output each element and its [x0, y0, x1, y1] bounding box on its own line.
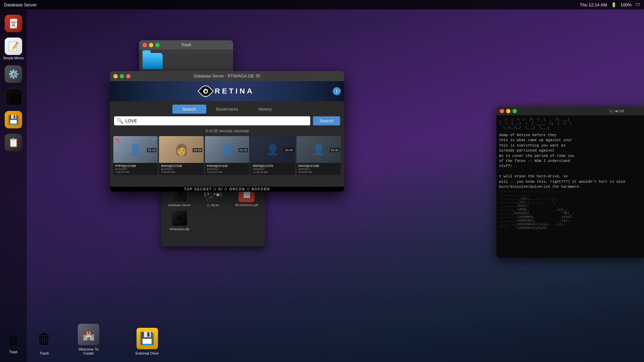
desktop-welcome-label: Welcome To Castle	[75, 347, 102, 355]
retina-info-btn[interactable]: i	[333, 87, 341, 95]
db-thumbnails: 🔖 👁 👤 02:18 P7FSQC17126 8/15/2017 1:00:0…	[110, 136, 344, 178]
db-titlebar: Database Server - RTNANSA.DB: 55	[110, 71, 344, 81]
thumb-id-4: P5FSQC17170	[253, 164, 293, 168]
db-close-btn[interactable]	[126, 74, 130, 78]
desktop-welcome-icon[interactable]: 🏰 Welcome To Castle	[75, 324, 102, 355]
retina-label: RETINA	[215, 87, 254, 96]
file-item-rtnansa[interactable]: 👁 RTNANSA.DB	[164, 210, 195, 231]
thumb-meta-4: P5FSQC17170 8/23/2017 12:35:00 AM	[251, 163, 295, 175]
thumb-date-4: 8/23/2017	[253, 168, 293, 171]
db-window-controls	[113, 74, 130, 78]
thumb-img-5: 👤 02:32	[297, 136, 341, 163]
db-max-btn[interactable]	[120, 74, 124, 78]
thumb-meta-5: PAFSQC17182 8/29/2017 8:00:00 PM	[297, 163, 341, 175]
terminal-body[interactable]: _ / | < / /\ \ | _ /| __| \ \ | ·— \ / _…	[496, 115, 644, 257]
thumb-eye-1: 👁	[152, 137, 156, 142]
file-icon-rtnansa: 👁	[171, 210, 187, 226]
thumb-id-5: PAFSQC17182	[299, 164, 339, 168]
thumb-img-3: 👤 02:23	[205, 136, 249, 163]
tab-history[interactable]: History	[248, 105, 282, 114]
dock-item-eye[interactable]: 👁	[3, 87, 23, 107]
thumb-time-3: 10:00:00 PM	[207, 171, 247, 174]
trash-folder-icon	[143, 53, 163, 69]
thumb-time-5: 8:00:00 PM	[299, 171, 339, 174]
search-button[interactable]: Search	[313, 116, 340, 125]
trash-content	[139, 50, 233, 72]
thumbnail-5[interactable]: 👤 02:32 PAFSQC17182 8/29/2017 8:00:00 PM	[297, 136, 341, 175]
thumb-img-2: 👁 👩 03:29	[159, 136, 203, 163]
dock-item-notepad[interactable]: 📋	[3, 132, 23, 153]
tab-bookmarks[interactable]: Bookmarks	[206, 105, 248, 114]
user-icon: 🛡	[636, 2, 640, 7]
dock-label-memo: Simple Memo	[3, 56, 23, 60]
battery-percent: 100%	[621, 2, 632, 7]
clock: Thu 12:14 AM	[580, 2, 607, 7]
thumb-date-3: 8/15/2017	[207, 168, 247, 171]
dock-icon-hdd: 💾	[5, 111, 22, 128]
thumb-time-1: 1:00:00 PM	[115, 171, 156, 174]
thumb-meta-2: PAFSQC17138 8/15/2017 7:00:00 PM	[159, 163, 203, 175]
thumbnail-2[interactable]: 👁 👩 03:29 PAFSQC17138 8/15/2017 7:00:00 …	[159, 136, 203, 175]
dock-item-memo[interactable]: 📝 Simple Memo	[2, 36, 25, 61]
dock-icon-gear: ⚙️	[5, 65, 22, 83]
desktop-extdrive-label: External Drive	[136, 351, 159, 355]
desktop-trash-img: 🗑	[34, 328, 55, 349]
search-input[interactable]	[125, 116, 308, 125]
trash-window: Trash	[139, 40, 233, 74]
terminal-text: dump of Retina before they this is what …	[499, 133, 641, 189]
dock-item-gear[interactable]: ⚙️	[3, 64, 23, 84]
db-min-btn[interactable]	[113, 74, 118, 78]
dock-icon-notepad: 📋	[5, 134, 22, 151]
thumbnail-3[interactable]: 👤 02:23 PAFSQC17133 8/15/2017 10:00:00 P…	[205, 136, 249, 175]
battery-icon: 🔋	[611, 2, 616, 7]
menubar-left: Database Server	[4, 2, 37, 7]
terminal-close-btn[interactable]	[500, 109, 504, 113]
file-label-rtnansa: RTNANSA.DB	[170, 228, 189, 231]
thumb-duration-3: 02:23	[238, 148, 248, 152]
desktop-trash-icon[interactable]: 🗑 Trash	[34, 328, 55, 355]
thumb-date-1: 8/15/2017	[115, 168, 156, 171]
menubar: Database Server Thu 12:14 AM 🔋 100% 🛡	[0, 0, 644, 9]
desktop-bottom-icons: 🗑 Trash 🏰 Welcome To Castle 💾 External D…	[34, 324, 159, 355]
classified-banner: TOP SECRET // SI // ORCON // NOFORN	[110, 187, 344, 192]
thumb-duration-1: 02:18	[147, 148, 157, 152]
menubar-right: Thu 12:14 AM 🔋 100% 🛡	[580, 2, 640, 7]
terminal-window: (•_•●).txt _ / | < / /\ \ | _ /| __| \ \…	[496, 107, 644, 257]
retina-header: RETINA i	[110, 81, 344, 101]
terminal-titlebar: (•_•●).txt	[496, 107, 644, 115]
tab-search[interactable]: Search	[172, 105, 206, 114]
app-title: Database Server	[4, 2, 37, 7]
trash-close-btn[interactable]	[143, 43, 147, 47]
thumb-bookmark-1: 🔖	[115, 137, 120, 143]
dock-item-trash[interactable]: 🗑 Trash	[3, 330, 23, 355]
desktop-welcome-img: 🏰	[78, 324, 99, 345]
thumbnail-1[interactable]: 🔖 👁 👤 02:18 P7FSQC17126 8/15/2017 1:00:0…	[113, 136, 158, 175]
thumb-id-1: P7FSQC17126	[115, 164, 156, 168]
dock-item-cards[interactable]: 🃏	[3, 13, 23, 34]
thumb-id-2: PAFSQC17138	[161, 164, 201, 168]
dock-icon-memo: 📝	[5, 38, 22, 55]
trash-max-btn[interactable]	[155, 43, 160, 47]
dock-icon-eye: 👁	[5, 88, 22, 106]
thumb-meta-3: PAFSQC17133 8/15/2017 10:00:00 PM	[205, 163, 249, 175]
db-search-bar: 🔍 Search	[110, 116, 344, 128]
terminal-min-btn[interactable]	[506, 109, 511, 113]
db-title: Database Server - RTNANSA.DB: 55	[194, 74, 260, 78]
thumb-id-3: PAFSQC17133	[207, 164, 247, 168]
thumb-date-5: 8/29/2017	[299, 168, 339, 171]
file-label-db-server: Database Server	[168, 203, 191, 207]
thumbnail-4[interactable]: 👤 03:49 P5FSQC17170 8/23/2017 12:35:00 A…	[251, 136, 295, 175]
thumb-eye-2: 👁	[198, 137, 202, 142]
terminal-title: (•_•●).txt	[610, 109, 624, 113]
terminal-max-btn[interactable]	[513, 109, 517, 113]
dock-icon-trash: 🗑	[5, 331, 22, 349]
db-tabs: Search Bookmarks History	[110, 101, 344, 116]
trash-window-controls	[143, 43, 160, 47]
dock-item-hdd[interactable]: 💾	[3, 110, 23, 130]
file-browser-window: 🖥 Database Server (•_•●) (•_•●).txt 📄 RE…	[161, 183, 265, 246]
desktop-extdrive-icon[interactable]: 💾 External Drive	[136, 328, 159, 355]
dock-label-trash: Trash	[9, 350, 17, 354]
file-label-txt: (•_•●).txt	[207, 203, 219, 207]
trash-min-btn[interactable]	[149, 43, 153, 47]
thumb-date-2: 8/15/2017	[161, 168, 201, 171]
